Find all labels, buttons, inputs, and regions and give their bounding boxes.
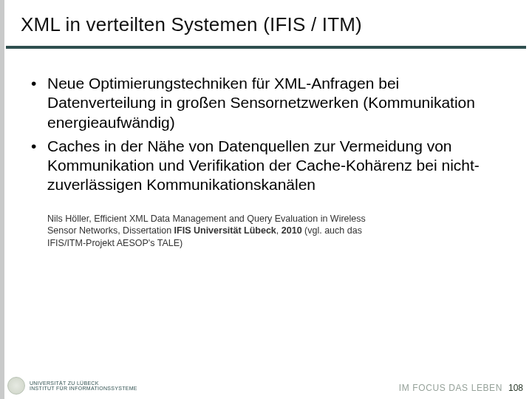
university-seal-icon: [7, 377, 25, 395]
logo-line2: INSTITUT FÜR INFORMATIONSSYSTEME: [30, 386, 137, 391]
logo-line1: UNIVERSITÄT ZU LÜBECK: [30, 381, 137, 386]
logo-text: UNIVERSITÄT ZU LÜBECK INSTITUT FÜR INFOR…: [30, 381, 137, 392]
citation-text: Nils Höller, Efficient XML Data Manageme…: [30, 213, 384, 250]
bullet-item: Neue Optimierungstechniken für XML-Anfra…: [30, 74, 502, 132]
page-number: 108: [508, 383, 523, 393]
title-underline: [6, 46, 526, 49]
citation-bold-inst: IFIS Universität Lübeck: [174, 225, 276, 236]
slide: XML in verteilten Systemen (IFIS / ITM) …: [0, 0, 532, 399]
citation-bold-year: 2010: [282, 225, 302, 236]
bullet-list: Neue Optimierungstechniken für XML-Anfra…: [30, 74, 502, 195]
left-accent-bar: [0, 0, 4, 399]
footer: UNIVERSITÄT ZU LÜBECK INSTITUT FÜR INFOR…: [0, 371, 532, 399]
content-area: Neue Optimierungstechniken für XML-Anfra…: [30, 74, 502, 250]
bullet-item: Caches in der Nähe von Datenquellen zur …: [30, 137, 502, 195]
footer-logo: UNIVERSITÄT ZU LÜBECK INSTITUT FÜR INFOR…: [7, 377, 137, 395]
citation-mid: ,: [276, 225, 282, 236]
footer-tagline: IM FOCUS DAS LEBEN: [399, 383, 502, 393]
slide-title: XML in verteilten Systemen (IFIS / ITM): [21, 13, 362, 36]
